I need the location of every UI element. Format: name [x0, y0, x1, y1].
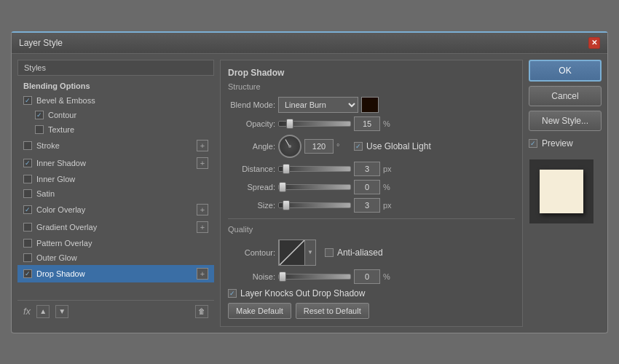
- preview-label: Preview: [542, 138, 573, 149]
- sidebar-item-blending[interactable]: Blending Options: [17, 79, 214, 93]
- stroke-label: Stroke: [36, 141, 60, 150]
- noise-unit: %: [383, 272, 398, 281]
- title-bar: Layer Style ✕: [12, 33, 607, 54]
- section-title: Drop Shadow: [228, 68, 515, 78]
- inner-shadow-checkbox[interactable]: ✓: [23, 159, 32, 167]
- contour-label: Contour: [48, 111, 76, 119]
- noise-thumb[interactable]: [279, 272, 286, 282]
- sidebar-item-color-overlay[interactable]: ✓ Color Overlay +: [17, 201, 214, 218]
- make-default-button[interactable]: Make Default: [228, 303, 291, 319]
- sidebar-item-satin[interactable]: Satin: [17, 186, 214, 201]
- distance-slider[interactable]: [278, 166, 351, 172]
- left-panel-bottom: fx ▲ ▼ 🗑: [17, 300, 214, 323]
- size-thumb[interactable]: [283, 200, 290, 210]
- drop-shadow-checkbox[interactable]: ✓: [23, 269, 32, 278]
- bevel-checkbox[interactable]: ✓: [23, 96, 32, 105]
- size-input[interactable]: [354, 198, 380, 213]
- contour-preview: [279, 240, 305, 266]
- contour-checkbox[interactable]: ✓: [35, 111, 44, 119]
- angle-dial[interactable]: [278, 135, 301, 158]
- stroke-add-button[interactable]: +: [197, 140, 208, 151]
- color-overlay-add-button[interactable]: +: [197, 204, 208, 215]
- distance-input[interactable]: [354, 162, 380, 176]
- contour-row: Contour: ▼ Anti-aliased: [228, 240, 515, 266]
- sidebar-item-stroke[interactable]: Stroke +: [17, 137, 214, 154]
- sidebar-item-contour[interactable]: ✓ Contour: [17, 108, 214, 122]
- sidebar-item-inner-glow[interactable]: Inner Glow: [17, 172, 214, 186]
- angle-row: Angle: ° ✓ Use Global Light: [228, 135, 515, 158]
- close-button[interactable]: ✕: [588, 37, 600, 49]
- size-unit: px: [383, 201, 398, 210]
- pattern-overlay-checkbox[interactable]: [23, 239, 32, 248]
- right-panel: OK Cancel New Style... ✓ Preview: [529, 60, 602, 327]
- move-down-button[interactable]: ▼: [55, 305, 68, 318]
- size-label: Size:: [228, 201, 275, 210]
- move-up-button[interactable]: ▲: [36, 305, 50, 318]
- dialog-body: Styles Blending Options ✓ Bevel & Emboss…: [12, 54, 607, 333]
- bevel-label: Bevel & Emboss: [36, 96, 95, 105]
- satin-checkbox[interactable]: [23, 189, 32, 198]
- inner-shadow-add-button[interactable]: +: [197, 157, 208, 169]
- satin-label: Satin: [36, 189, 55, 198]
- opacity-input[interactable]: [354, 116, 380, 131]
- new-style-button[interactable]: New Style...: [529, 111, 602, 131]
- texture-checkbox[interactable]: [35, 125, 44, 134]
- opacity-thumb[interactable]: [286, 119, 293, 129]
- sidebar-item-inner-shadow[interactable]: ✓ Inner Shadow +: [17, 154, 214, 172]
- styles-header: Styles: [17, 60, 214, 76]
- sidebar-item-bevel[interactable]: ✓ Bevel & Emboss: [17, 93, 214, 108]
- gradient-overlay-add-button[interactable]: +: [197, 221, 208, 233]
- opacity-slider[interactable]: [278, 121, 351, 127]
- distance-thumb[interactable]: [283, 164, 290, 174]
- blend-mode-row: Blend Mode: Linear Burn Normal Multiply …: [228, 97, 515, 113]
- cancel-button[interactable]: Cancel: [529, 86, 602, 106]
- reset-default-button[interactable]: Reset to Default: [296, 303, 369, 319]
- left-panel: Styles Blending Options ✓ Bevel & Emboss…: [17, 60, 214, 327]
- sidebar-item-outer-glow[interactable]: Outer Glow: [17, 250, 214, 265]
- blend-mode-label: Blend Mode:: [228, 100, 275, 109]
- contour-dropdown[interactable]: ▼: [278, 240, 316, 266]
- knocks-out-checkbox[interactable]: ✓: [228, 289, 237, 298]
- blend-mode-select[interactable]: Linear Burn Normal Multiply Darken: [278, 97, 358, 113]
- dialog-title: Layer Style: [19, 38, 63, 48]
- preview-canvas: [529, 159, 594, 224]
- stroke-checkbox[interactable]: [23, 141, 32, 150]
- spread-thumb[interactable]: [279, 182, 286, 192]
- spread-slider[interactable]: [278, 184, 351, 190]
- opacity-unit: %: [383, 119, 398, 128]
- sidebar-item-texture[interactable]: Texture: [17, 122, 214, 137]
- gradient-overlay-checkbox[interactable]: [23, 223, 32, 232]
- preview-checkbox[interactable]: ✓: [529, 139, 537, 148]
- blend-color-swatch[interactable]: [361, 97, 379, 113]
- spread-label: Spread:: [228, 183, 275, 191]
- gradient-overlay-label: Gradient Overlay: [36, 223, 97, 232]
- ok-button[interactable]: OK: [529, 60, 602, 82]
- drop-shadow-add-button[interactable]: +: [197, 268, 208, 280]
- angle-input[interactable]: [304, 139, 334, 154]
- texture-label: Texture: [48, 125, 74, 134]
- color-overlay-label: Color Overlay: [36, 205, 85, 214]
- fx-label: fx: [23, 306, 31, 317]
- quality-subtitle: Quality: [228, 225, 515, 234]
- outer-glow-checkbox[interactable]: [23, 253, 32, 262]
- noise-slider[interactable]: [278, 274, 351, 280]
- anti-aliased-row: Anti-aliased: [325, 248, 383, 258]
- spread-row: Spread: %: [228, 180, 515, 194]
- svg-marker-0: [280, 240, 304, 265]
- anti-aliased-checkbox[interactable]: [325, 248, 334, 257]
- spread-input[interactable]: [354, 180, 380, 194]
- separator: [228, 218, 515, 219]
- global-light-checkbox[interactable]: ✓: [354, 142, 363, 151]
- sidebar-item-gradient-overlay[interactable]: Gradient Overlay +: [17, 218, 214, 236]
- sidebar-item-drop-shadow[interactable]: ✓ Drop Shadow +: [17, 265, 214, 282]
- noise-input[interactable]: [354, 269, 380, 284]
- color-overlay-checkbox[interactable]: ✓: [23, 205, 32, 214]
- size-slider[interactable]: [278, 202, 351, 208]
- noise-label: Noise:: [228, 272, 275, 281]
- inner-glow-label: Inner Glow: [36, 175, 75, 183]
- contour-dropdown-arrow: ▼: [305, 249, 315, 256]
- delete-button[interactable]: 🗑: [195, 305, 208, 318]
- inner-glow-checkbox[interactable]: [23, 175, 32, 183]
- size-row: Size: px: [228, 198, 515, 213]
- sidebar-item-pattern-overlay[interactable]: Pattern Overlay: [17, 236, 214, 250]
